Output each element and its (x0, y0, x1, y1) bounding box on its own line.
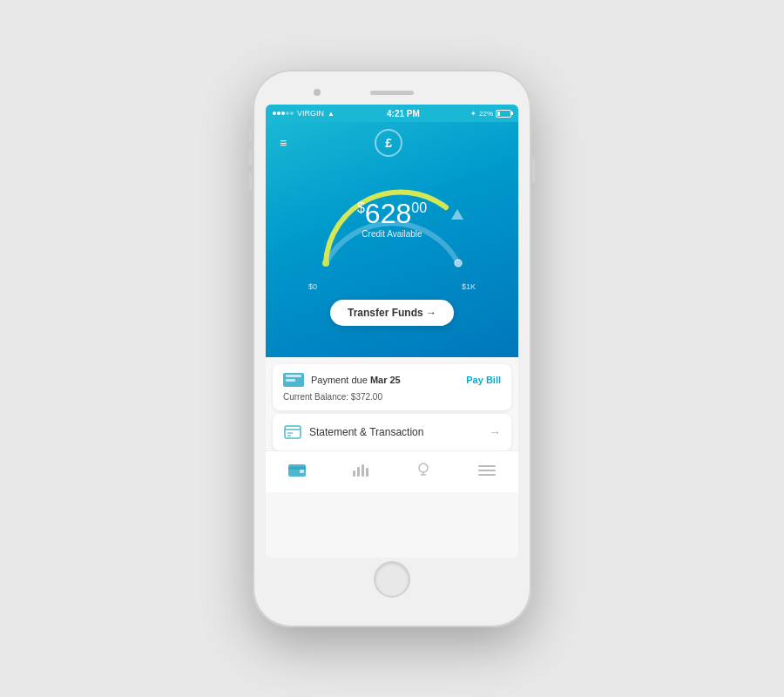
payment-due-date: Mar 25 (370, 375, 401, 385)
payment-card[interactable]: Payment due Mar 25 Pay Bill Current Bala… (273, 364, 511, 410)
statement-card[interactable]: Statement & Transaction → (273, 414, 511, 450)
hamburger-menu-icon[interactable]: ≡ (280, 136, 287, 150)
svg-rect-13 (362, 464, 364, 477)
phone-screen: VIRGIN ▲ 4:21 PM ✦ 22% ≡ £ (266, 105, 518, 558)
home-button-area (374, 558, 410, 601)
signal-dot-4 (286, 112, 289, 115)
statement-icon (283, 424, 302, 440)
top-nav: ≡ £ (280, 129, 504, 157)
signal-dot-1 (273, 112, 276, 115)
svg-rect-9 (300, 470, 304, 473)
svg-point-1 (455, 260, 462, 267)
gauge-center-text: $62800 Credit Available (357, 199, 427, 238)
status-bar: VIRGIN ▲ 4:21 PM ✦ 22% (266, 105, 518, 122)
svg-rect-12 (357, 467, 360, 477)
credit-available-label: Credit Available (357, 228, 427, 238)
tab-insights[interactable] (392, 461, 456, 483)
payment-left: Payment due Mar 25 (283, 373, 401, 387)
statement-left: Statement & Transaction (283, 424, 423, 440)
credit-gauge: $62800 Credit Available (305, 167, 479, 281)
pay-bill-button[interactable]: Pay Bill (466, 375, 501, 385)
svg-rect-14 (366, 468, 368, 477)
signal-dot-2 (277, 112, 280, 115)
statement-label: Statement & Transaction (309, 426, 423, 438)
transfer-funds-button[interactable]: Transfer Funds → (330, 300, 454, 326)
bluetooth-icon: ✦ (470, 110, 476, 118)
gauge-cents: 00 (411, 200, 427, 214)
card-stripe-1 (286, 375, 301, 377)
balance-label: Current Balance: (283, 392, 348, 402)
app-logo: £ (375, 129, 402, 157)
svg-point-0 (322, 260, 329, 267)
svg-rect-3 (285, 426, 301, 438)
menu-tab-icon (478, 463, 496, 481)
balance-value: $372.00 (351, 392, 382, 402)
signal-dot-5 (290, 112, 294, 115)
battery-icon (496, 110, 511, 118)
home-button[interactable] (374, 561, 410, 598)
screen-top: ≡ £ (266, 122, 518, 357)
svg-marker-2 (451, 209, 463, 220)
range-max-label: $1K (462, 282, 476, 291)
tab-analytics[interactable] (329, 462, 393, 482)
payment-balance-row: Current Balance: $372.00 (283, 392, 501, 402)
tab-wallet[interactable] (266, 462, 329, 482)
battery-fill (497, 112, 500, 116)
power-button (532, 157, 535, 183)
signal-dot-3 (281, 112, 285, 115)
phone-frame: VIRGIN ▲ 4:21 PM ✦ 22% ≡ £ (253, 70, 531, 627)
carrier-label: VIRGIN (297, 109, 324, 118)
signal-dots (273, 112, 294, 115)
svg-point-15 (419, 464, 428, 472)
range-min-label: $0 (308, 282, 317, 291)
gauge-range: $0 $1K (305, 282, 479, 291)
logo-letter: £ (385, 136, 392, 150)
payment-top-row: Payment due Mar 25 Pay Bill (283, 373, 501, 387)
credit-card-icon (283, 373, 304, 387)
front-camera (314, 89, 321, 96)
payment-text-prefix: Payment due (311, 375, 370, 385)
status-left: VIRGIN ▲ (273, 109, 336, 118)
mute-switch (249, 129, 252, 141)
tab-menu[interactable] (456, 463, 519, 481)
status-time: 4:21 PM (387, 109, 420, 118)
wifi-icon: ▲ (328, 110, 335, 118)
gauge-amount: $62800 (357, 199, 427, 227)
insights-tab-icon (415, 461, 432, 483)
volume-up-button (249, 148, 252, 166)
chevron-right-icon: → (489, 425, 501, 439)
svg-rect-11 (353, 470, 355, 477)
phone-speaker (370, 91, 414, 95)
payment-due-text: Payment due Mar 25 (311, 375, 401, 385)
phone-top-bar (261, 80, 523, 105)
status-right: ✦ 22% (470, 110, 511, 118)
card-stripe-2 (286, 379, 295, 382)
wallet-tab-icon (287, 462, 307, 482)
screen-bottom: Payment due Mar 25 Pay Bill Current Bala… (266, 357, 518, 558)
analytics-tab-icon (352, 462, 369, 482)
tab-bar (266, 450, 518, 492)
currency-symbol: $ (357, 200, 365, 214)
gauge-main-amount: 628 (365, 197, 411, 228)
volume-down-button (249, 173, 252, 190)
battery-percent: 22% (479, 110, 493, 118)
